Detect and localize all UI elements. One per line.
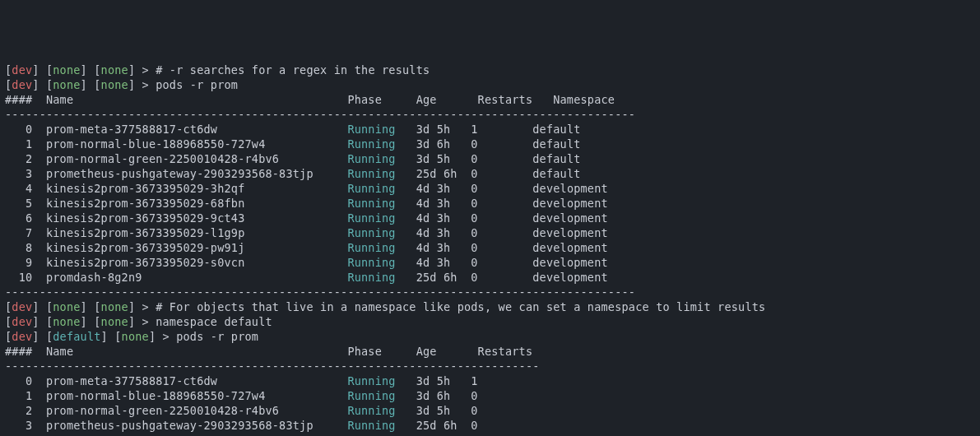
row-phase: Running bbox=[347, 256, 409, 269]
prompt-line: [dev] [none] [none] > # -r searches for … bbox=[5, 63, 975, 77]
row-age: 4d 3h bbox=[409, 211, 471, 225]
row-restarts: 0 bbox=[471, 182, 532, 195]
row-phase: Running bbox=[347, 152, 409, 165]
row-age: 25d 6h bbox=[409, 167, 471, 180]
row-restarts: 1 bbox=[471, 123, 532, 136]
row-age: 3d 5h bbox=[409, 374, 471, 387]
row-phase: Running bbox=[347, 419, 409, 432]
row-phase: Running bbox=[347, 241, 409, 254]
prompt-indicator: > bbox=[142, 63, 156, 77]
terminal-output: [dev] [none] [none] > # -r searches for … bbox=[5, 63, 975, 436]
row-restarts: 0 bbox=[471, 211, 532, 225]
divider: ----------------------------------------… bbox=[5, 359, 975, 373]
row-name: kinesis2prom-3673395029-68fbn bbox=[46, 197, 347, 210]
row-phase: Running bbox=[347, 226, 409, 239]
bracket: ] [ bbox=[81, 315, 101, 328]
row-index: 9 bbox=[5, 256, 46, 269]
row-index: 10 bbox=[5, 271, 46, 284]
prompt-object: none bbox=[101, 78, 128, 91]
row-restarts: 0 bbox=[471, 197, 532, 210]
row-index: 1 bbox=[5, 137, 46, 151]
row-index: 0 bbox=[5, 123, 46, 136]
row-name: prom-normal-blue-188968550-727w4 bbox=[46, 137, 347, 151]
prompt-command[interactable]: # -r searches for a regex in the results bbox=[156, 63, 430, 77]
bracket: ] [ bbox=[81, 63, 101, 77]
row-age: 4d 3h bbox=[409, 182, 471, 195]
table-row: 1 prom-normal-blue-188968550-727w4 Runni… bbox=[5, 137, 975, 151]
row-restarts: 0 bbox=[471, 419, 532, 432]
bracket-close: ] bbox=[128, 78, 142, 91]
row-phase: Running bbox=[347, 123, 409, 136]
prompt-command[interactable]: namespace default bbox=[156, 315, 272, 328]
prompt-line: [dev] [none] [none] > pods -r prom bbox=[5, 77, 975, 92]
row-name: kinesis2prom-3673395029-pw91j bbox=[46, 241, 347, 254]
row-restarts: 0 bbox=[471, 389, 532, 402]
prompt-context: dev bbox=[12, 63, 32, 77]
row-index: 0 bbox=[5, 374, 46, 387]
divider: ----------------------------------------… bbox=[5, 433, 975, 436]
table-row: 8 kinesis2prom-3673395029-pw91j Running … bbox=[5, 240, 975, 255]
row-restarts: 0 bbox=[471, 241, 532, 254]
row-namespace: development bbox=[532, 182, 608, 195]
row-restarts: 0 bbox=[471, 271, 532, 284]
table-row: 2 prom-normal-green-2250010428-r4bv6 Run… bbox=[5, 403, 975, 418]
bracket-close: ] bbox=[128, 300, 142, 313]
bracket: ] [ bbox=[32, 78, 53, 91]
row-namespace: development bbox=[532, 256, 608, 269]
bracket: ] [ bbox=[81, 300, 101, 313]
row-age: 3d 6h bbox=[409, 137, 471, 151]
prompt-command[interactable]: pods -r prom bbox=[156, 78, 238, 91]
row-restarts: 1 bbox=[471, 374, 532, 387]
row-phase: Running bbox=[347, 211, 409, 225]
row-namespace: development bbox=[532, 226, 608, 239]
row-index: 4 bbox=[5, 182, 46, 195]
prompt-command[interactable]: # For objects that live in a namespace l… bbox=[156, 300, 765, 313]
row-restarts: 0 bbox=[471, 256, 532, 269]
table-row: 3 prometheus-pushgateway-2903293568-83tj… bbox=[5, 418, 975, 433]
row-name: kinesis2prom-3673395029-9ct43 bbox=[46, 211, 347, 225]
bracket: ] [ bbox=[32, 300, 53, 313]
row-restarts: 0 bbox=[471, 226, 532, 239]
row-phase: Running bbox=[347, 374, 409, 387]
table-row: 3 prometheus-pushgateway-2903293568-83tj… bbox=[5, 166, 975, 181]
row-name: prometheus-pushgateway-2903293568-83tjp bbox=[46, 419, 347, 432]
table-row: 2 prom-normal-green-2250010428-r4bv6 Run… bbox=[5, 151, 975, 166]
row-namespace: development bbox=[532, 197, 608, 210]
prompt-namespace: default bbox=[53, 330, 100, 343]
row-index: 1 bbox=[5, 389, 46, 402]
prompt-indicator: > bbox=[142, 300, 156, 313]
table-row: 0 prom-meta-377588817-ct6dw Running 3d 5… bbox=[5, 122, 975, 137]
row-index: 6 bbox=[5, 211, 46, 225]
prompt-command[interactable]: pods -r prom bbox=[176, 330, 258, 343]
row-namespace: default bbox=[532, 123, 580, 136]
table-header: #### Name Phase Age Restarts bbox=[5, 344, 975, 359]
bracket: ] [ bbox=[81, 78, 101, 91]
row-age: 4d 3h bbox=[409, 241, 471, 254]
bracket-close: ] bbox=[128, 63, 142, 77]
row-phase: Running bbox=[347, 389, 409, 402]
divider: ----------------------------------------… bbox=[5, 285, 975, 299]
row-name: kinesis2prom-3673395029-s0vcn bbox=[46, 256, 347, 269]
row-phase: Running bbox=[347, 182, 409, 195]
bracket: ] [ bbox=[32, 63, 53, 77]
row-name: prom-meta-377588817-ct6dw bbox=[46, 374, 347, 387]
row-age: 4d 3h bbox=[409, 197, 471, 210]
prompt-line: [dev] [none] [none] > namespace default bbox=[5, 314, 975, 329]
prompt-indicator: > bbox=[142, 78, 156, 91]
bracket-close: ] bbox=[149, 330, 163, 343]
prompt-object: none bbox=[122, 330, 149, 343]
table-row: 6 kinesis2prom-3673395029-9ct43 Running … bbox=[5, 211, 975, 225]
row-name: prom-normal-blue-188968550-727w4 bbox=[46, 389, 347, 402]
row-namespace: default bbox=[532, 152, 580, 165]
table-row: 5 kinesis2prom-3673395029-68fbn Running … bbox=[5, 196, 975, 211]
table-row: 0 prom-meta-377588817-ct6dw Running 3d 5… bbox=[5, 373, 975, 388]
prompt-object: none bbox=[101, 315, 128, 328]
row-age: 3d 6h bbox=[409, 389, 471, 402]
row-age: 4d 3h bbox=[409, 256, 471, 269]
table-row: 7 kinesis2prom-3673395029-l1g9p Running … bbox=[5, 225, 975, 240]
table-row: 4 kinesis2prom-3673395029-3h2qf Running … bbox=[5, 181, 975, 196]
row-restarts: 0 bbox=[471, 167, 532, 180]
row-phase: Running bbox=[347, 137, 409, 151]
prompt-context: dev bbox=[12, 315, 32, 328]
row-namespace: development bbox=[532, 271, 608, 284]
